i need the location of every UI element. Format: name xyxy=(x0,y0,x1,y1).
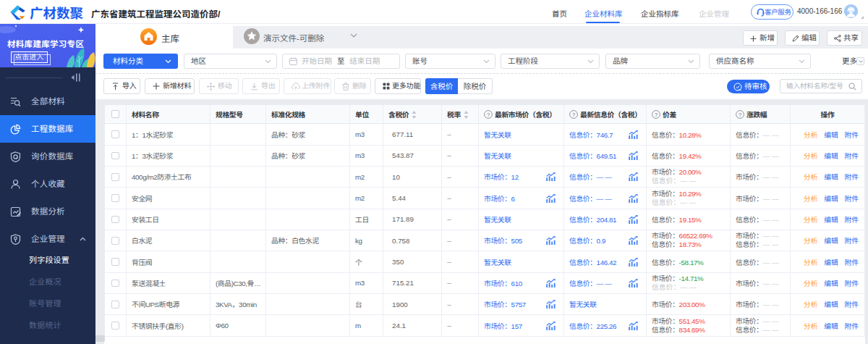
svg-text:?: ? xyxy=(487,112,490,118)
svg-text:?: ? xyxy=(655,112,658,118)
svg-text:?: ? xyxy=(572,112,575,118)
svg-text:?: ? xyxy=(739,112,741,118)
